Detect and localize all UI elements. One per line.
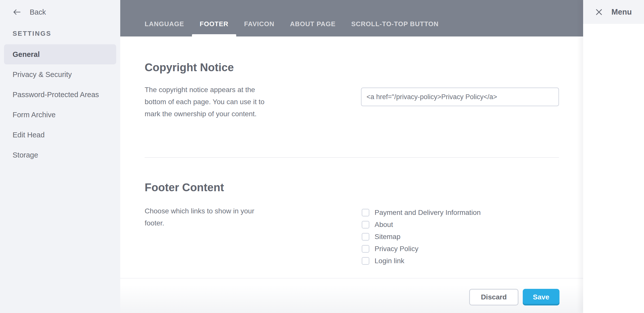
main-content: Copyright Notice The copyright notice ap…: [120, 36, 583, 278]
login-link-checkbox[interactable]: [362, 257, 369, 265]
sidebar-nav: General Privacy & Security Password-Prot…: [0, 44, 120, 165]
settings-tab-bar: LANGUAGE FOOTER FAVICON ABOUT PAGE SCROL…: [120, 0, 583, 36]
checkbox-row-sitemap[interactable]: Sitemap: [362, 231, 481, 243]
tab-language-label: LANGUAGE: [145, 20, 184, 28]
tab-about-page[interactable]: ABOUT PAGE: [282, 20, 343, 36]
menu-close-button[interactable]: Menu: [583, 0, 644, 24]
checkbox-label: Privacy Policy: [375, 245, 418, 253]
checkbox-row-login-link[interactable]: Login link: [362, 255, 481, 267]
sidebar-item-password-protected-areas[interactable]: Password-Protected Areas: [4, 85, 116, 105]
tab-favicon[interactable]: FAVICON: [236, 20, 282, 36]
tab-about-page-label: ABOUT PAGE: [290, 20, 336, 28]
checkbox-row-privacy-policy[interactable]: Privacy Policy: [362, 243, 481, 255]
footer-content-description: Choose which links to show in your foote…: [145, 205, 265, 229]
back-arrow-icon: [13, 8, 21, 16]
sitemap-checkbox[interactable]: [362, 233, 369, 241]
tab-language[interactable]: LANGUAGE: [137, 20, 192, 36]
tab-scroll-to-top-button-label: SCROLL-TO-TOP BUTTON: [351, 20, 438, 28]
settings-page: Back SETTINGS General Privacy & Security…: [0, 0, 644, 313]
section-divider: [145, 157, 559, 158]
copyright-notice-input[interactable]: [361, 88, 559, 106]
checkbox-label: About: [375, 221, 393, 229]
sidebar-item-privacy-security[interactable]: Privacy & Security: [4, 64, 116, 85]
discard-button[interactable]: Discard: [469, 289, 518, 305]
footer-content-title: Footer Content: [145, 181, 224, 194]
settings-sidebar: Back SETTINGS General Privacy & Security…: [0, 0, 120, 313]
active-tab-indicator: [192, 34, 236, 36]
privacy-policy-checkbox[interactable]: [362, 245, 369, 253]
sidebar-item-general[interactable]: General: [4, 44, 116, 64]
back-button[interactable]: Back: [13, 6, 46, 18]
back-label: Back: [30, 8, 46, 16]
footer-links-checklist: Payment and Delivery Information About S…: [362, 207, 481, 267]
action-bar: Discard Save: [120, 278, 583, 313]
copyright-notice-title: Copyright Notice: [145, 61, 234, 74]
checkbox-label: Sitemap: [375, 233, 400, 241]
sidebar-item-edit-head[interactable]: Edit Head: [4, 125, 116, 145]
save-button[interactable]: Save: [523, 289, 559, 305]
close-icon: [595, 9, 602, 16]
tab-footer-label: FOOTER: [200, 20, 228, 28]
tab-footer[interactable]: FOOTER: [192, 20, 236, 36]
sidebar-section-title: SETTINGS: [13, 30, 51, 37]
menu-panel: Menu: [583, 0, 644, 313]
about-checkbox[interactable]: [362, 221, 369, 228]
copyright-notice-description: The copyright notice appears at the bott…: [145, 84, 265, 120]
payment-delivery-checkbox[interactable]: [362, 209, 369, 216]
sidebar-item-storage[interactable]: Storage: [4, 145, 116, 165]
checkbox-row-about[interactable]: About: [362, 219, 481, 231]
sidebar-item-form-archive[interactable]: Form Archive: [4, 105, 116, 125]
checkbox-label: Login link: [375, 257, 404, 265]
checkbox-label: Payment and Delivery Information: [375, 209, 481, 217]
tab-favicon-label: FAVICON: [244, 20, 274, 28]
menu-label: Menu: [612, 8, 632, 17]
tab-scroll-to-top-button[interactable]: SCROLL-TO-TOP BUTTON: [343, 20, 446, 36]
checkbox-row-payment-delivery[interactable]: Payment and Delivery Information: [362, 207, 481, 219]
